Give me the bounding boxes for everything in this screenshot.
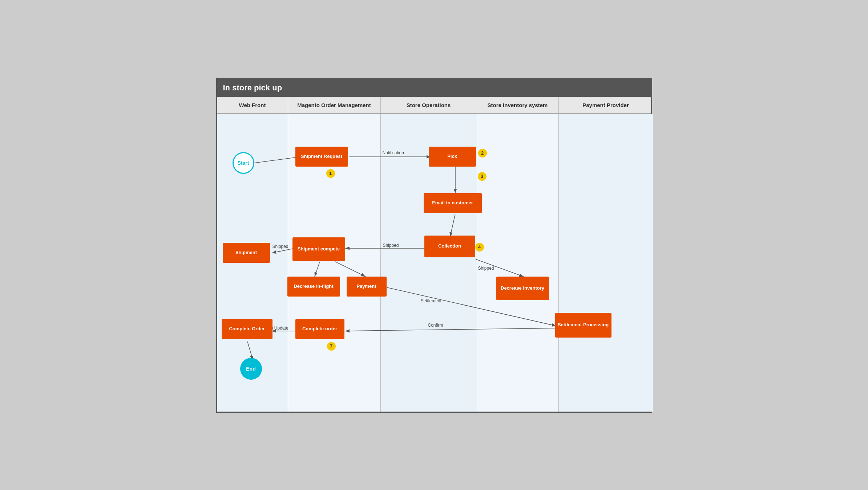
badge-3: 3 (478, 172, 487, 181)
box-complete-order-web: Complete Order (222, 319, 272, 339)
label-notification: Notification (383, 150, 404, 155)
lane-payment (559, 114, 653, 412)
badge-7: 7 (327, 342, 336, 351)
label-shipped-1: Shipped (272, 244, 288, 249)
box-settlement-processing: Settlement Processing (555, 313, 611, 338)
diagram-container: In store pick up Web Front Magento Order… (216, 78, 652, 413)
header-payment: Payment Provider (559, 97, 653, 113)
end-node: End (240, 358, 262, 380)
box-decrease-inventory: Decrease Inventory (496, 277, 549, 300)
badge-4: 4 (475, 243, 484, 252)
box-decrease-inflight: Decrease in-flight (287, 277, 340, 297)
badge-1: 1 (326, 169, 335, 178)
label-shipped-3: Shipped (478, 266, 494, 271)
header-webfront: Web Front (217, 97, 288, 113)
lane-inventory (477, 114, 559, 412)
header-magento: Magento Order Management (288, 97, 381, 113)
box-complete-order: Complete order (295, 319, 344, 339)
box-pick: Pick (429, 147, 476, 167)
box-shipment-web: Shipment (223, 243, 270, 263)
box-email-customer: Email to customer (424, 193, 482, 213)
lanes-header: Web Front Magento Order Management Store… (217, 97, 651, 114)
header-inventory: Store Inventory system (477, 97, 559, 113)
label-confirm: Confirm (428, 323, 443, 328)
box-collection: Collection (424, 236, 475, 257)
box-shipment-compete: Shipment compete (292, 237, 345, 261)
box-payment: Payment (347, 277, 387, 297)
start-node: Start (233, 152, 254, 174)
diagram-title: In store pick up (217, 79, 651, 97)
header-store-ops: Store Operations (381, 97, 477, 113)
label-shipped-2: Shipped (383, 243, 399, 248)
box-shipment-request: Shipment Request (295, 147, 348, 167)
badge-2: 2 (478, 149, 487, 158)
lanes-body: Notification Shipped Shipped Shipped Set… (217, 114, 651, 412)
label-settlement: Settlement (421, 298, 441, 303)
